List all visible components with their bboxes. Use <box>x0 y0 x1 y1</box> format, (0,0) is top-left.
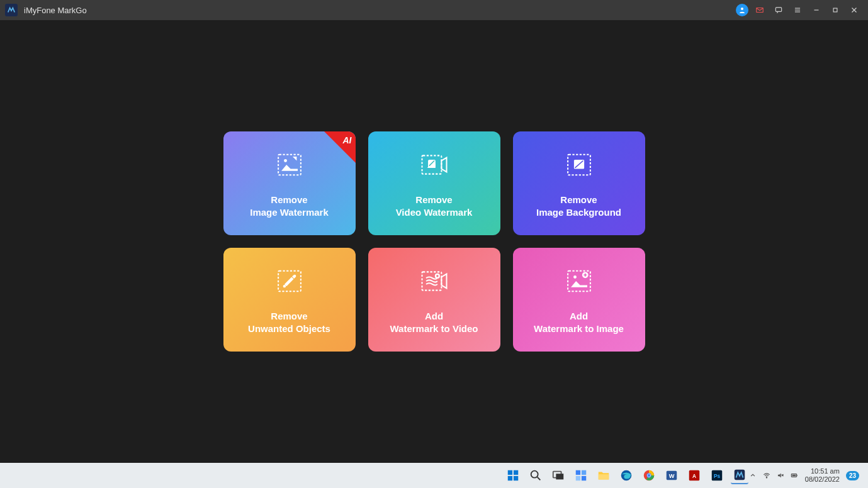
card-label-line1: Remove <box>271 194 307 206</box>
widgets-button[interactable] <box>572 467 590 484</box>
image-watermark-remove-icon <box>273 148 306 181</box>
svg-point-22 <box>573 275 577 279</box>
card-label-line2: Image Watermark <box>250 206 329 219</box>
add-image-watermark-icon <box>563 265 595 297</box>
ai-badge-text: AI <box>343 135 352 145</box>
menu-button[interactable] <box>790 3 805 18</box>
acrobat-button[interactable]: A <box>685 467 703 484</box>
card-label-line2: Watermark to Image <box>534 323 624 335</box>
titlebar: iMyFone MarkGo <box>0 0 868 20</box>
markgo-taskbar-button[interactable] <box>731 467 748 484</box>
image-background-remove-icon <box>563 148 595 181</box>
battery-icon[interactable] <box>790 471 799 480</box>
clock-time: 10:51 am <box>805 467 840 475</box>
taskbar: W A Ps 10:51 am 08/02/2022 23 <box>0 463 868 488</box>
card-label-line1: Remove <box>560 194 597 206</box>
card-label-line1: Add <box>570 310 588 323</box>
card-label-line2: Video Watermark <box>396 206 473 219</box>
svg-rect-26 <box>508 476 512 480</box>
card-label-line2: Unwanted Objects <box>248 323 330 335</box>
system-tray[interactable] <box>748 471 799 480</box>
svg-rect-33 <box>582 470 586 475</box>
svg-rect-35 <box>582 476 586 480</box>
maximize-button[interactable] <box>828 3 843 18</box>
card-label-line1: Remove <box>271 310 307 323</box>
add-watermark-video-card[interactable]: Add Watermark to Video <box>368 248 500 352</box>
notification-badge[interactable]: 23 <box>846 471 859 480</box>
search-button[interactable] <box>527 467 544 484</box>
feedback-button[interactable] <box>771 3 786 18</box>
word-button[interactable]: W <box>663 467 680 484</box>
remove-objects-icon <box>273 265 306 297</box>
main-area: AI Remove Image Watermark <box>0 20 868 463</box>
file-explorer-button[interactable] <box>595 467 612 484</box>
app-title: iMyFone MarkGo <box>24 6 87 15</box>
remove-image-watermark-card[interactable]: AI Remove Image Watermark <box>223 131 356 235</box>
edge-button[interactable] <box>617 467 635 484</box>
task-view-button[interactable] <box>550 467 567 484</box>
svg-rect-34 <box>576 476 580 480</box>
card-label-line1: Add <box>425 310 443 323</box>
svg-point-50 <box>766 477 767 478</box>
remove-unwanted-objects-card[interactable]: Remove Unwanted Objects <box>223 248 356 352</box>
remove-image-background-card[interactable]: Remove Image Background <box>513 131 645 235</box>
svg-point-0 <box>741 8 743 10</box>
card-label-line2: Image Background <box>536 206 621 219</box>
svg-rect-55 <box>792 475 796 476</box>
taskbar-apps: W A Ps <box>504 467 748 484</box>
svg-rect-36 <box>599 474 609 479</box>
svg-point-18 <box>283 286 285 287</box>
svg-line-29 <box>538 477 541 480</box>
remove-video-watermark-card[interactable]: Remove Video Watermark <box>368 131 500 235</box>
svg-rect-10 <box>278 155 301 175</box>
clock[interactable]: 10:51 am 08/02/2022 <box>805 467 840 484</box>
svg-point-17 <box>293 275 295 277</box>
svg-rect-25 <box>514 470 518 475</box>
volume-muted-icon[interactable] <box>776 471 785 480</box>
chrome-button[interactable] <box>640 467 658 484</box>
svg-rect-31 <box>556 474 563 479</box>
add-video-watermark-icon <box>418 265 451 297</box>
card-label-line1: Remove <box>415 194 452 206</box>
chevron-up-icon[interactable] <box>748 471 757 480</box>
video-watermark-remove-icon <box>418 148 451 181</box>
svg-rect-27 <box>514 476 518 480</box>
close-button[interactable] <box>847 3 862 18</box>
clock-date: 08/02/2022 <box>805 475 840 484</box>
svg-point-42 <box>648 474 651 477</box>
card-label-line2: Watermark to Video <box>390 323 478 335</box>
card-grid: AI Remove Image Watermark <box>223 131 645 352</box>
svg-text:W: W <box>668 473 674 479</box>
svg-point-11 <box>284 159 287 162</box>
start-button[interactable] <box>504 467 522 484</box>
mail-button[interactable] <box>752 3 767 18</box>
svg-rect-7 <box>833 8 837 12</box>
svg-text:Ps: Ps <box>714 474 721 479</box>
svg-rect-32 <box>576 470 580 475</box>
add-watermark-image-card[interactable]: Add Watermark to Image <box>513 248 645 352</box>
photoshop-button[interactable]: Ps <box>708 467 726 484</box>
account-button[interactable] <box>736 4 748 16</box>
minimize-button[interactable] <box>809 3 824 18</box>
svg-rect-54 <box>796 475 797 476</box>
svg-point-28 <box>531 471 538 478</box>
app-logo-icon <box>5 4 18 16</box>
wifi-icon[interactable] <box>762 471 771 480</box>
svg-rect-24 <box>508 470 512 475</box>
svg-rect-2 <box>775 8 781 11</box>
svg-text:A: A <box>692 474 696 479</box>
